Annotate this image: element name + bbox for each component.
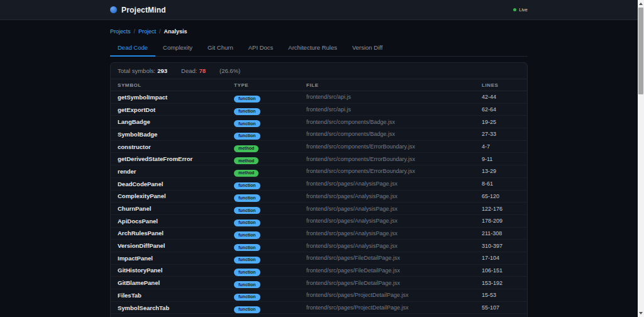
breadcrumb-separator: / <box>159 28 161 35</box>
app-title: ProjectMind <box>121 6 166 14</box>
type-badge: function <box>234 306 260 313</box>
scrollbar-up-arrow-icon[interactable] <box>639 3 643 5</box>
line-range: 15-53 <box>482 292 527 298</box>
symbol-name: ArchRulesPanel <box>118 230 234 236</box>
type-badge: function <box>234 120 260 127</box>
type-badge: function <box>234 182 260 189</box>
symbol-name: ImpactPanel <box>118 255 234 262</box>
type-badge: function <box>234 281 260 288</box>
table-row[interactable]: constructormethodfrontend/src/components… <box>111 141 527 153</box>
type-badge: function <box>234 207 260 214</box>
type-badge: function <box>234 257 260 264</box>
breadcrumb-link-projects[interactable]: Projects <box>110 28 131 35</box>
table-row[interactable]: rendermethodfrontend/src/components/Erro… <box>111 165 527 178</box>
type-cell: function <box>234 215 306 226</box>
app-page: ProjectMind Live Projects / Project / An… <box>0 0 638 317</box>
file-path: frontend/src/api.js <box>306 106 482 113</box>
type-cell: function <box>234 178 306 189</box>
symbol-name: GitBlamePanel <box>118 279 234 286</box>
symbol-name: ApiDocsPanel <box>118 218 234 225</box>
file-path: frontend/src/pages/ProjectDetailPage.jsx <box>306 292 482 298</box>
live-status-badge: Live <box>513 7 528 13</box>
type-cell: method <box>234 141 306 152</box>
type-cell: function <box>234 91 306 103</box>
table-row[interactable]: GitBlamePanelfunctionfrontend/src/pages/… <box>111 277 527 289</box>
type-cell: function <box>234 240 306 252</box>
symbol-name: SymbolBadge <box>118 131 234 138</box>
table-row[interactable]: DependencyGraphTabfunctionfrontend/src/p… <box>111 314 527 317</box>
type-cell: function <box>234 314 306 317</box>
symbol-name: ChurnPanel <box>118 205 234 212</box>
type-badge: function <box>234 96 260 103</box>
type-badge: function <box>234 244 260 251</box>
browser-scrollbar[interactable] <box>638 0 644 317</box>
breadcrumb-separator: / <box>134 28 136 35</box>
symbol-name: FilesTab <box>118 292 234 299</box>
tab-dead-code[interactable]: Dead Code <box>110 40 155 57</box>
symbol-name: constructor <box>118 143 234 150</box>
symbol-name: SymbolSearchTab <box>118 304 234 311</box>
file-path: frontend/src/pages/AnalysisPage.jsx <box>306 206 482 212</box>
line-range: 42-44 <box>482 94 527 100</box>
scrollbar-thumb[interactable] <box>638 8 643 94</box>
table-row[interactable]: ComplexityPanelfunctionfrontend/src/page… <box>111 191 527 203</box>
file-path: frontend/src/pages/FileDetailPage.jsx <box>306 280 482 286</box>
browser-viewport: ProjectMind Live Projects / Project / An… <box>0 0 644 317</box>
line-range: 211-308 <box>482 230 527 236</box>
line-range: 4-7 <box>482 143 527 150</box>
analysis-tabs: Dead CodeComplexityGit ChurnAPI DocsArch… <box>110 40 528 57</box>
type-cell: function <box>234 104 306 115</box>
file-path: frontend/src/pages/AnalysisPage.jsx <box>306 193 482 199</box>
type-badge: method <box>234 170 258 177</box>
type-badge: method <box>234 157 258 164</box>
table-row[interactable]: getExportDotfunctionfrontend/src/api.js6… <box>111 104 527 116</box>
type-cell: function <box>234 277 306 289</box>
file-path: frontend/src/pages/AnalysisPage.jsx <box>306 181 482 187</box>
table-row[interactable]: ImpactPanelfunctionfrontend/src/pages/Fi… <box>111 252 527 265</box>
type-cell: function <box>234 302 306 313</box>
table-row[interactable]: SymbolBadgefunctionfrontend/src/componen… <box>111 128 527 141</box>
navbar-inner: ProjectMind Live <box>110 0 528 19</box>
dead-count: Dead:78 <box>181 67 206 74</box>
tab-architecture-rules[interactable]: Architecture Rules <box>280 40 345 57</box>
type-cell: method <box>234 153 306 165</box>
table-row[interactable]: ChurnPanelfunctionfrontend/src/pages/Ana… <box>111 203 527 215</box>
table-row[interactable]: DeadCodePanelfunctionfrontend/src/pages/… <box>111 178 527 191</box>
scrollbar-down-arrow-icon[interactable] <box>639 312 643 314</box>
file-path: frontend/src/components/ErrorBoundary.js… <box>306 156 482 162</box>
table-row[interactable]: getSymbolImpactfunctionfrontend/src/api.… <box>111 91 527 104</box>
file-path: frontend/src/components/ErrorBoundary.js… <box>306 143 482 150</box>
line-range: 27-33 <box>482 131 527 137</box>
table-row[interactable]: GitHistoryPanelfunctionfrontend/src/page… <box>111 265 527 277</box>
line-range: 178-209 <box>482 218 527 224</box>
symbol-name: DeadCodePanel <box>118 181 234 187</box>
file-path: frontend/src/pages/AnalysisPage.jsx <box>306 218 482 224</box>
top-navbar: ProjectMind Live <box>0 0 638 20</box>
breadcrumb-link-project[interactable]: Project <box>138 28 156 35</box>
line-range: 122-176 <box>482 206 527 212</box>
line-range: 17-104 <box>482 255 527 261</box>
table-row[interactable]: VersionDiffPanelfunctionfrontend/src/pag… <box>111 240 527 252</box>
total-symbols-value: 293 <box>157 67 167 74</box>
tab-git-churn[interactable]: Git Churn <box>200 40 241 57</box>
line-range: 13-29 <box>482 168 527 174</box>
type-badge: function <box>234 269 260 275</box>
breadcrumb: Projects / Project / Analysis <box>110 28 528 35</box>
live-status-label: Live <box>519 7 528 13</box>
tab-complexity[interactable]: Complexity <box>155 40 200 57</box>
tab-api-docs[interactable]: API Docs <box>241 40 281 57</box>
type-cell: function <box>234 289 306 301</box>
file-path: frontend/src/pages/FileDetailPage.jsx <box>306 267 482 274</box>
symbol-name: render <box>118 168 234 175</box>
table-row[interactable]: ApiDocsPanelfunctionfrontend/src/pages/A… <box>111 215 527 228</box>
tab-version-diff[interactable]: Version Diff <box>345 40 390 57</box>
summary-bar: Total symbols:293 Dead:78 (26.6%) <box>111 63 527 79</box>
column-header-type: TYPE <box>234 82 306 88</box>
table-row[interactable]: LangBadgefunctionfrontend/src/components… <box>111 116 527 128</box>
line-range: 19-25 <box>482 119 527 125</box>
table-row[interactable]: getDerivedStateFromErrormethodfrontend/s… <box>111 153 527 165</box>
file-path: frontend/src/pages/AnalysisPage.jsx <box>306 230 482 236</box>
table-row[interactable]: FilesTabfunctionfrontend/src/pages/Proje… <box>111 289 527 302</box>
table-row[interactable]: SymbolSearchTabfunctionfrontend/src/page… <box>111 302 527 314</box>
table-row[interactable]: ArchRulesPanelfunctionfrontend/src/pages… <box>111 228 527 240</box>
